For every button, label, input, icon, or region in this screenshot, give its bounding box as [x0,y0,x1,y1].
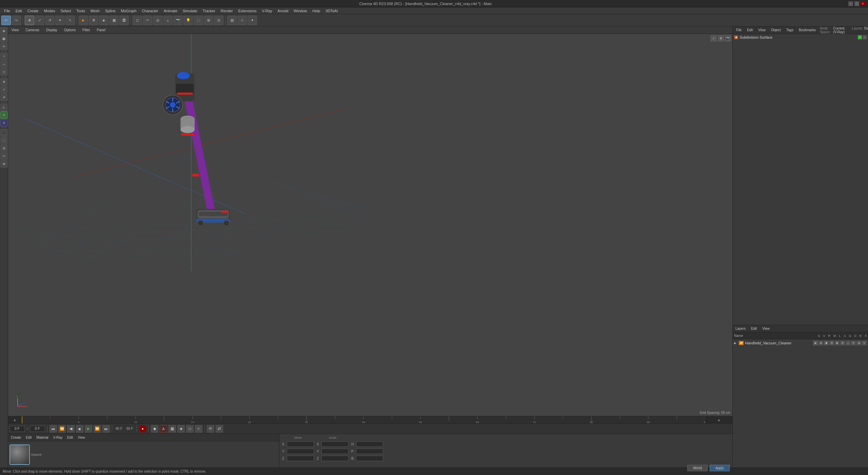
menu-animate[interactable]: Animate [161,8,180,14]
obj-toggle-2[interactable]: □ [863,35,867,39]
render-to-picture-button[interactable]: 🖼 [119,16,129,25]
scale-z-input[interactable] [321,456,349,461]
sidebar-tool2-btn[interactable]: S [0,111,8,119]
menu-v-ray[interactable]: V-Ray [259,8,275,14]
layer-anim-btn[interactable]: ◈ [856,341,861,345]
close-button[interactable]: ✕ [861,1,865,6]
sidebar-tool3-btn[interactable]: S [0,119,8,127]
menu-window[interactable]: Window [291,8,310,14]
loop-btn[interactable]: ⟳ [207,425,214,433]
layer-gen-btn[interactable]: ⊕ [840,341,845,345]
obj-view-tab[interactable]: View [757,28,767,32]
sidebar-polys-btn[interactable]: ◻ [0,68,8,76]
sidebar-bevel-btn[interactable]: ⬚ [0,137,8,144]
light-icon-button[interactable]: ✦ [248,16,257,25]
pos-z-input[interactable] [287,456,314,461]
timeline-area[interactable]: ▲ 081624324048566472808896 ▲ [8,416,732,423]
sidebar-rotate-btn[interactable]: ↺ [0,94,8,101]
vp-panel-btn[interactable]: Panel [95,28,108,32]
layer-expr-btn[interactable]: ≋ [851,341,856,345]
sidebar-move-btn[interactable]: ⊕ [0,78,8,86]
layer-expand-btn[interactable]: ▶ [734,341,737,345]
spline-button[interactable]: 〜 [143,16,152,25]
maximize-button[interactable]: □ [854,1,859,6]
transform-tool-button[interactable]: ✦ [55,16,65,25]
step-fwd-btn[interactable]: ⏩ [94,425,101,433]
step-back-btn[interactable]: ⏪ [58,425,66,433]
menu-simulate[interactable]: Simulate [180,8,200,14]
menu-mesh[interactable]: Mesh [88,8,102,14]
snapping-button[interactable]: ⊹ [237,16,247,25]
obj-file-tab[interactable]: File [735,28,743,32]
light-button[interactable]: 💡 [183,16,193,25]
vp-view-btn[interactable]: View [9,28,21,32]
menu-spline[interactable]: Spline [102,8,118,14]
layers-edit-tab[interactable]: Edit [750,326,758,331]
sidebar-model-btn[interactable]: ◈ [0,27,8,35]
menu-select[interactable]: Select [58,8,74,14]
pos-x-input[interactable] [287,441,314,447]
viewport-controls[interactable]: ⤢ ⚙ 📷 [711,35,731,41]
menu-help[interactable]: Help [310,8,323,14]
primitive-cube-button[interactable]: ◻ [133,16,142,25]
rot-b-input[interactable] [356,456,383,461]
minimize-button[interactable]: − [848,1,853,6]
menu-mograph[interactable]: MoGraph [118,8,139,14]
layers-tab[interactable]: Layers [734,326,747,331]
play-btn[interactable]: ▶ [85,425,92,433]
window-controls[interactable]: − □ ✕ [848,1,865,6]
render-settings-button[interactable]: ⚙ [89,16,98,25]
ping-pong-btn[interactable]: ⇄ [216,425,223,433]
material-swatch-selected[interactable] [9,444,30,465]
menu-render[interactable]: Render [218,8,236,14]
menu-character[interactable]: Character [139,8,161,14]
apply-button[interactable]: Apply [710,465,730,471]
render-region-button[interactable]: ▦ [109,16,119,25]
select-tool-button[interactable]: ↖ [65,16,75,25]
layer-extra-btn[interactable]: ✕ [862,341,867,345]
rot-h-input[interactable] [356,441,383,447]
mat-vray-tab[interactable]: V-Ray [52,435,64,440]
timeline-ruler[interactable]: 081624324048566472808896 [22,416,705,423]
obj-tags-tab[interactable]: Tags [785,28,795,32]
vp-filter-btn[interactable]: Filter [80,28,92,32]
frame-end-input[interactable] [30,426,45,432]
vp-maximize-btn[interactable]: ⤢ [711,35,717,41]
menu-edit[interactable]: Edit [13,8,25,14]
sidebar-points-btn[interactable]: • [0,53,8,60]
record-btn[interactable]: ● [139,425,146,433]
mat-material-tab[interactable]: Material [35,435,50,440]
handheld-vacuum-layer[interactable]: ▶ 📁 Handheld_Vacuum_Cleaner ◉ 👁 ▣ ☰ ▶ ⊕ … [733,339,868,347]
snapping-pb-btn[interactable]: ⊹ [195,425,202,433]
viewport[interactable]: Perspective TempCam:* [8,34,732,416]
undo-button[interactable]: ↩ [1,16,11,25]
mat-view-tab[interactable]: View [76,435,86,440]
deformer-button[interactable]: ⟁ [163,16,173,25]
obj-toggle-1[interactable]: ✓ [858,35,862,39]
cloner-button[interactable]: ⊞ [204,16,213,25]
vp-camera-btn[interactable]: 📷 [725,35,731,41]
scale-x-input[interactable] [321,441,349,447]
scale-y-input[interactable] [321,449,349,454]
mat-edit2-tab[interactable]: Edit [66,435,74,440]
rot-p-input[interactable] [356,449,383,454]
obj-object-tab[interactable]: Object [770,28,782,32]
vp-cameras-btn[interactable]: Cameras [24,28,42,32]
play-back-btn[interactable]: ◀ [67,425,75,433]
sidebar-cut-btn[interactable]: ✂ [0,152,8,160]
sidebar-scale-btn[interactable]: ⤢ [0,86,8,93]
sidebar-paint-btn[interactable]: ✏ [0,43,8,50]
marker-btn[interactable]: ◇ [186,425,194,433]
sidebar-edges-btn[interactable]: — [0,60,8,68]
vp-settings-btn[interactable]: ⚙ [718,35,724,41]
sidebar-extrude-btn[interactable]: ⬛ [0,129,8,136]
menu-create[interactable]: Create [25,8,41,14]
menu-arnold[interactable]: Arnold [275,8,291,14]
obj-edit-tab[interactable]: Edit [746,28,754,32]
ipr-button[interactable]: ◈ [99,16,108,25]
frame-start-input[interactable] [9,426,25,432]
pose-btn[interactable]: ◈ [177,425,185,433]
subdivision-surface-row[interactable]: ▣ Subdivision Surface ✓ □ [733,34,868,41]
stop-btn[interactable]: ■ [76,425,83,433]
sidebar-loop-btn[interactable]: ⊟ [0,145,8,152]
